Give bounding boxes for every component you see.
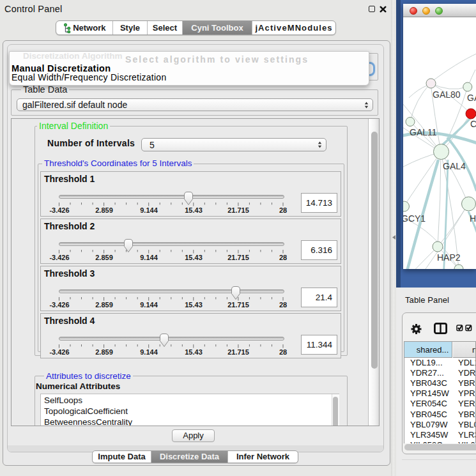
svg-text:GAL11: GAL11 — [410, 127, 437, 137]
svg-text:HI: HI — [470, 213, 476, 224]
svg-text:GA: GA — [467, 93, 476, 103]
svg-text:C: C — [470, 119, 476, 129]
svg-text:GAL80: GAL80 — [433, 89, 461, 100]
svg-text:GAL4: GAL4 — [443, 161, 466, 171]
svg-text:HAP2: HAP2 — [437, 252, 461, 263]
svg-text:GCY1: GCY1 — [403, 213, 426, 224]
